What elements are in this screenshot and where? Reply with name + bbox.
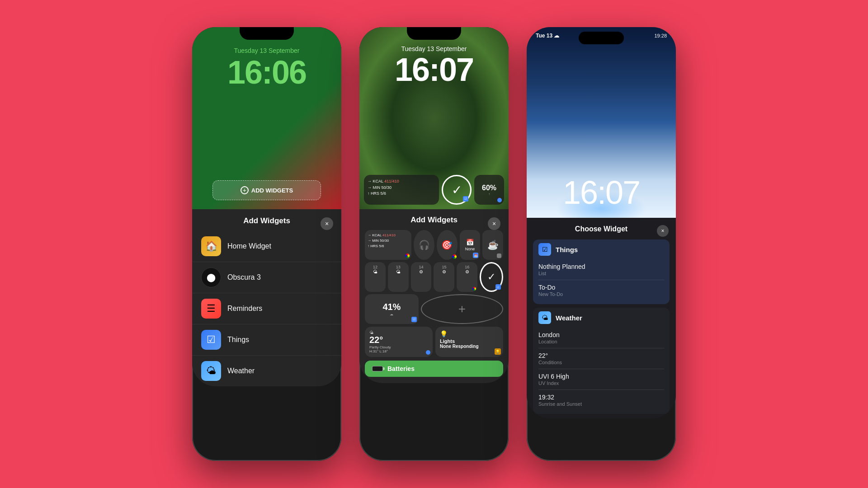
ring-widget[interactable]: 🎧 bbox=[414, 230, 434, 260]
percent-widget: 60% ↑ bbox=[474, 175, 504, 205]
drawer-2: Add Widgets × → KCAL 411/410 → MIN 50/30… bbox=[359, 209, 509, 383]
batteries-bar[interactable]: Batteries bbox=[365, 361, 503, 377]
phone-3: Tue 13 ☁ 19:28 16:07 Choose Widget × ☑ bbox=[527, 27, 676, 461]
nothing-planned-item[interactable]: Nothing Planned List bbox=[538, 259, 664, 280]
workout-mini[interactable]: → KCAL 411/410 → MIN 50/30 ↑ HRS 5/6 bbox=[365, 230, 411, 260]
workout-widget: → KCAL 411/410 → MIN 50/30 ↑ HRS 5/6 bbox=[364, 175, 439, 205]
lights-widget[interactable]: 💡 Lights None Responding 💡 bbox=[435, 327, 503, 357]
things-header: ☑ Things bbox=[538, 243, 664, 258]
weather-header: 🌤 Weather bbox=[538, 311, 664, 327]
conditions-item[interactable]: 22° Conditions bbox=[538, 348, 664, 369]
things-section-name: Things bbox=[556, 246, 578, 253]
status-date: Tue 13 ☁ bbox=[536, 33, 559, 39]
rainbow-dot-mini bbox=[405, 253, 410, 258]
todo-item[interactable]: To-Do New To-Do bbox=[538, 280, 664, 300]
add-circle[interactable]: + bbox=[421, 294, 503, 324]
obscura-icon: ⬤ bbox=[201, 267, 221, 287]
weather-section-icon: 🌤 bbox=[538, 311, 551, 324]
reminders-label: Reminders bbox=[227, 305, 262, 313]
date-12[interactable]: 12 🌤 bbox=[365, 262, 386, 292]
lock-time-2: 16:07 bbox=[359, 53, 509, 86]
choose-widget-title: Choose Widget bbox=[533, 225, 670, 233]
homewidget-icon: 🏠 bbox=[201, 236, 221, 256]
drawer-1: Add Widgets × 🏠 Home Widget ⬤ Obscura 3 … bbox=[192, 209, 341, 386]
blue-dot bbox=[497, 198, 502, 202]
target-ring[interactable]: 🎯 bbox=[437, 230, 458, 260]
list-item-reminders[interactable]: ☰ Reminders bbox=[192, 293, 341, 324]
add-widgets-label-1: ADD WIDGETS bbox=[251, 187, 293, 194]
percent-41[interactable]: 41% ☁ ☑ bbox=[365, 294, 419, 324]
close-button-1[interactable]: × bbox=[321, 217, 333, 230]
uvi-item[interactable]: UVI 6 High UV Index bbox=[538, 369, 664, 390]
check-badge: ☑ bbox=[463, 196, 468, 202]
grid-row-3: 41% ☁ ☑ + bbox=[365, 294, 503, 324]
things-label-1: Things bbox=[227, 336, 249, 344]
weather-section: 🌤 Weather London Location 22° Conditions… bbox=[533, 308, 670, 414]
cup-cell[interactable]: ☕ bbox=[482, 230, 503, 260]
weather-dot bbox=[426, 350, 430, 355]
close-button-3[interactable]: × bbox=[657, 225, 669, 237]
battery-icon bbox=[372, 366, 383, 371]
status-time: 19:28 bbox=[654, 33, 667, 38]
wallpaper-3: Tue 13 ☁ 19:28 16:07 bbox=[527, 27, 676, 218]
none-cell[interactable]: 📅 None 📅 bbox=[460, 230, 481, 260]
lights-badge: 💡 bbox=[495, 348, 501, 355]
none-badge: 📅 bbox=[473, 253, 478, 258]
weather-section-name: Weather bbox=[556, 314, 582, 322]
phone-2: Tuesday 13 September 16:07 → KCAL 411/41… bbox=[359, 27, 509, 461]
date-dot bbox=[472, 287, 476, 291]
list-item-obscura[interactable]: ⬤ Obscura 3 bbox=[192, 262, 341, 293]
list-item-homewidget[interactable]: 🏠 Home Widget bbox=[192, 231, 341, 262]
cup-badge bbox=[497, 253, 501, 258]
wallpaper-widgets: → KCAL 411/410 → MIN 50/30 ↑ HRS 5/6 ✓ ☑… bbox=[364, 175, 504, 205]
lock-time-3: 16:07 bbox=[527, 176, 676, 209]
grid-row-2: 12 🌤 13 🌤 14 ⚙ 15 ⚙ 16 ⚙ bbox=[365, 262, 503, 292]
date-15[interactable]: 15 ⚙ bbox=[434, 262, 454, 292]
things-section: ☑ Things Nothing Planned List To-Do New … bbox=[533, 239, 670, 304]
homewidget-label: Home Widget bbox=[227, 242, 271, 250]
sunrise-item[interactable]: 19:32 Sunrise and Sunset bbox=[538, 390, 664, 410]
target-dot bbox=[452, 254, 457, 259]
lock-info-3: 16:07 bbox=[527, 159, 676, 209]
things-icon: ☑ bbox=[201, 330, 221, 350]
weather-lights-row: 🌤 22° Partly Cloudy H:31° L:18° 💡 Lights… bbox=[365, 327, 503, 357]
add-widgets-button-1[interactable]: + ADD WIDGETS bbox=[212, 180, 321, 200]
date-14[interactable]: 14 ⚙ bbox=[411, 262, 432, 292]
date-13[interactable]: 13 🌤 bbox=[388, 262, 409, 292]
notch-1 bbox=[240, 27, 294, 40]
lock-time-1: 16:06 bbox=[192, 56, 341, 89]
date-16[interactable]: 16 ⚙ bbox=[457, 262, 477, 292]
london-item[interactable]: London Location bbox=[538, 328, 664, 348]
check-badge-2: ☑ bbox=[495, 284, 501, 290]
things-section-icon: ☑ bbox=[538, 243, 551, 256]
wallpaper-1: Tuesday 13 September 16:06 + ADD WIDGETS bbox=[192, 27, 341, 209]
grid-row-1: → KCAL 411/410 → MIN 50/30 ↑ HRS 5/6 🎧 🎯… bbox=[365, 230, 503, 260]
screen-3: Tue 13 ☁ 19:28 16:07 Choose Widget × ☑ bbox=[527, 27, 676, 461]
list-item-things[interactable]: ☑ Things bbox=[192, 324, 341, 356]
batteries-label: Batteries bbox=[387, 365, 415, 372]
percent-badge: ☑ bbox=[411, 317, 417, 322]
drawer-title-2: Add Widgets bbox=[365, 216, 503, 225]
phone-1: Tuesday 13 September 16:06 + ADD WIDGETS… bbox=[192, 27, 341, 461]
obscura-label: Obscura 3 bbox=[227, 273, 261, 282]
check-circle-2[interactable]: ✓ ☑ bbox=[480, 262, 503, 292]
check-widget: ✓ ☑ bbox=[442, 175, 472, 205]
dynamic-island bbox=[579, 32, 624, 44]
notch-2 bbox=[407, 27, 461, 40]
screen-1: Tuesday 13 September 16:06 + ADD WIDGETS… bbox=[192, 27, 341, 461]
lock-date-1: Tuesday 13 September bbox=[192, 47, 341, 54]
weather-widget-2[interactable]: 🌤 22° Partly Cloudy H:31° L:18° bbox=[365, 327, 433, 357]
reminders-icon: ☰ bbox=[201, 299, 221, 319]
screen-2: Tuesday 13 September 16:07 → KCAL 411/41… bbox=[359, 27, 509, 461]
close-button-2[interactable]: × bbox=[488, 217, 500, 230]
plus-icon-1: + bbox=[241, 186, 249, 194]
weather-icon: 🌤 bbox=[201, 361, 221, 381]
wallpaper-2: Tuesday 13 September 16:07 → KCAL 411/41… bbox=[359, 27, 509, 209]
list-item-weather[interactable]: 🌤 Weather bbox=[192, 356, 341, 386]
weather-label-1: Weather bbox=[227, 367, 255, 375]
drawer-3: Choose Widget × ☑ Things Nothing Planned… bbox=[527, 218, 676, 418]
drawer-title-1: Add Widgets bbox=[192, 216, 341, 225]
